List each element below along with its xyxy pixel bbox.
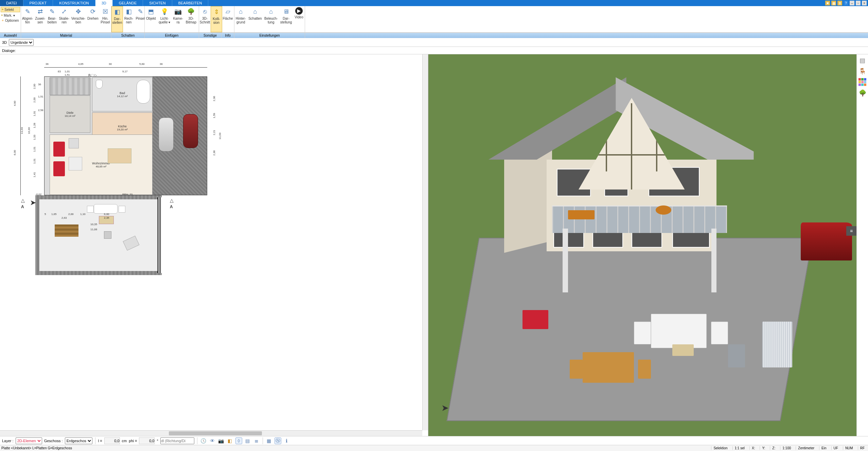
kollision-button[interactable]: ⇕Kolli- sion (211, 6, 222, 32)
info-icon[interactable]: ℹ (283, 437, 290, 444)
beleuchtung-button[interactable]: ⌂Beleuch- tung (263, 6, 279, 32)
dim-left-c: 6,00 (13, 150, 16, 156)
3d-car-red (801, 222, 852, 260)
group-label-auswahl: Auswahl (0, 33, 21, 38)
abgreifen-button[interactable]: ✎Abgrei- fen (21, 6, 34, 32)
floorplan-pane[interactable]: 4,65 5,60 9,17 36 30 36 83 1,01 1,51 4,9… (0, 54, 428, 436)
object-icon: ⬒ (146, 7, 156, 16)
geschoss-label: Geschoss : (44, 439, 63, 443)
3d-scene[interactable]: ➤ (428, 54, 856, 436)
status-z: Z: (770, 446, 777, 450)
eye-icon[interactable]: 👁 (209, 437, 216, 444)
grid-icon[interactable]: ▦ (266, 437, 272, 444)
wood-deck-icon (55, 224, 78, 237)
tv-icon (69, 138, 79, 148)
terrain-select[interactable]: Urgelände (9, 39, 34, 46)
e-darstellung-button[interactable]: 🖥Dar- stellung (279, 6, 293, 32)
cube2-icon: ◧ (124, 7, 134, 16)
verschieben-button[interactable]: ✥Verschie- ben (70, 6, 86, 32)
fp-driveway: 2,36 1,59 2,21 2,36 11,03 (153, 77, 207, 195)
cube-icon2[interactable]: ◧ (227, 437, 233, 444)
hintergrund-button[interactable]: ⌂Hinter- grund (234, 6, 247, 32)
geschoss-select[interactable]: Erdgeschos (65, 437, 92, 444)
ribbon-auswahl-panel: ⌖Selekt ⌖Mark. ▾ ＋Optionen (0, 6, 21, 32)
dl-input[interactable] (160, 437, 194, 444)
assign-icon: ⇄ (35, 7, 45, 16)
dim-top-s1: 1,01 (65, 70, 70, 73)
kamera-button[interactable]: 📷Kame- ra (172, 6, 184, 32)
layer-select[interactable]: 2D-Elemen (16, 437, 42, 444)
3d-outdoor-table (583, 352, 634, 383)
3d-schnitt-button[interactable]: ⎋3D- Schnitt (199, 6, 211, 32)
tool-icon[interactable]: ✖ (825, 1, 830, 5)
3d-balcony-table (656, 205, 672, 215)
window-restore[interactable]: ▫ (856, 1, 861, 5)
schatten-pinsel-button[interactable]: ✎Pinsel (135, 6, 146, 32)
outdoor-chair2-icon (119, 206, 125, 213)
editstack-icon[interactable]: ≣ (253, 437, 260, 444)
menu-konstruktion[interactable]: KONSTRUKTION (53, 0, 95, 6)
lichtquelle-button[interactable]: 💡Licht- quelle ▾ (157, 6, 172, 32)
dim-top-e3: 36 (160, 62, 163, 66)
flaeche-button[interactable]: ▱Fläche (222, 6, 234, 32)
rechnen-button[interactable]: ◧Rech- nen (123, 6, 135, 32)
bearbeiten-button[interactable]: ✎Bear- beiten (46, 6, 58, 32)
floorplan-canvas[interactable]: 4,65 5,60 9,17 36 30 36 83 1,01 1,51 4,9… (10, 58, 418, 426)
chair-object-icon[interactable]: 🪑 (858, 67, 867, 75)
selekt-button[interactable]: ⌖Selekt (1, 7, 20, 12)
layers-icon2[interactable]: ▤ (244, 437, 251, 444)
ribbon-group-sonstige: ⎋3D- Schnitt ⇕Kolli- sion (199, 6, 222, 32)
3d-house (488, 77, 754, 306)
camera-icon2[interactable]: 📷 (218, 437, 225, 444)
status-unit: Zentimeter (796, 446, 816, 450)
mark-button[interactable]: ⌖Mark. ▾ (0, 13, 21, 18)
color-palette-icon[interactable] (858, 78, 867, 86)
zuweisen-button[interactable]: ⇄Zuwei- sen (34, 6, 46, 32)
fp-hscroll[interactable] (0, 430, 422, 436)
section-icon: ⎋ (200, 7, 210, 16)
dim-left-b: 10,30 (28, 127, 31, 134)
menu-sichten[interactable]: SICHTEN (143, 0, 172, 6)
window-close[interactable]: × (862, 1, 867, 5)
hinpinsel-button[interactable]: ☒Hin. Pinsel (100, 6, 111, 32)
status-y: Y: (760, 446, 767, 450)
stack-icon[interactable]: ≣ (837, 1, 842, 5)
status-uf: UF (831, 446, 840, 450)
fp-vscroll[interactable] (422, 54, 428, 430)
cursor-icon: ⌖ (2, 7, 4, 12)
outdoor-sofa-icon (94, 204, 118, 214)
plant-icon[interactable]: 🌳 (858, 89, 867, 97)
drehen-button[interactable]: ⟳Drehen (86, 6, 100, 32)
status-x: X: (749, 446, 757, 450)
layers-icon[interactable]: ▤ (858, 56, 867, 65)
dim-top-right: 5,60 (139, 62, 145, 66)
video-button[interactable]: ►Video (293, 6, 305, 32)
phi-input[interactable] (139, 437, 155, 444)
skalieren-button[interactable]: ⤢Skalie- ren (58, 6, 70, 32)
box-icon[interactable]: ▦ (831, 1, 836, 5)
menu-3d[interactable]: 3D (95, 0, 113, 6)
3d-pane[interactable]: ➤ ≡ (428, 54, 856, 436)
optionen-button[interactable]: ＋Optionen (0, 18, 21, 23)
clock-icon[interactable]: 🕓 (200, 437, 207, 444)
menu-datei[interactable]: DATEI (0, 0, 23, 6)
darstellen-button[interactable]: ◧Dar- stellen (111, 6, 123, 32)
e-schatten-button[interactable]: ⌂Schatten (247, 6, 263, 32)
car-silver (159, 118, 174, 151)
right-panel-handle[interactable]: ≡ (846, 226, 856, 236)
l-input[interactable] (104, 437, 120, 444)
menu-gelaende[interactable]: GELÄNDE (113, 0, 143, 6)
bottom-bar: Layer : 2D-Elemen Geschoss : Erdgeschos … (0, 436, 868, 445)
layer-label: Layer : (2, 439, 14, 443)
3d-bitmap-button[interactable]: 🌳3D- Bitmap (184, 6, 198, 32)
menu-bearbeiten[interactable]: BEARBEITEN (172, 0, 209, 6)
north-button[interactable]: Ⓝ (274, 437, 281, 444)
objekt-button[interactable]: ⬒Objekt (145, 6, 157, 32)
help-icon[interactable]: ? (844, 1, 848, 5)
surface-icon[interactable]: ◊ (235, 437, 242, 444)
3d-sofa (651, 314, 707, 348)
dim-left-a: 4,90 (13, 101, 16, 106)
menu-projekt[interactable]: PROJEKT (23, 0, 53, 6)
window-minimize[interactable]: – (850, 1, 854, 5)
move-icon: ✥ (74, 7, 83, 16)
